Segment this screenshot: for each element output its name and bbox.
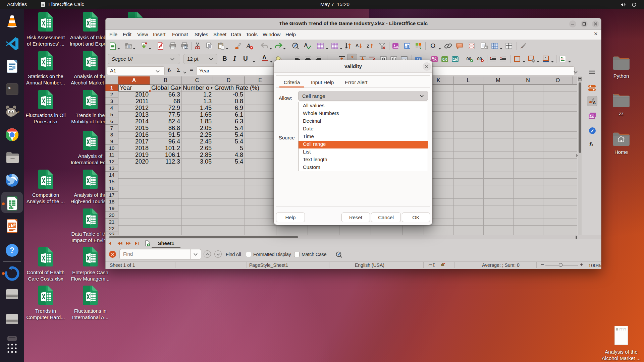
svg-text:0.0: 0.0 xyxy=(442,57,447,61)
svg-text:?: ? xyxy=(10,246,15,255)
svg-text:>_: >_ xyxy=(8,86,13,91)
svg-text:Ω: Ω xyxy=(430,42,436,50)
svg-text:A: A xyxy=(356,43,359,48)
svg-text:15: 15 xyxy=(453,57,457,61)
svg-text:A: A xyxy=(593,100,596,105)
svg-text:Z: Z xyxy=(367,44,369,49)
